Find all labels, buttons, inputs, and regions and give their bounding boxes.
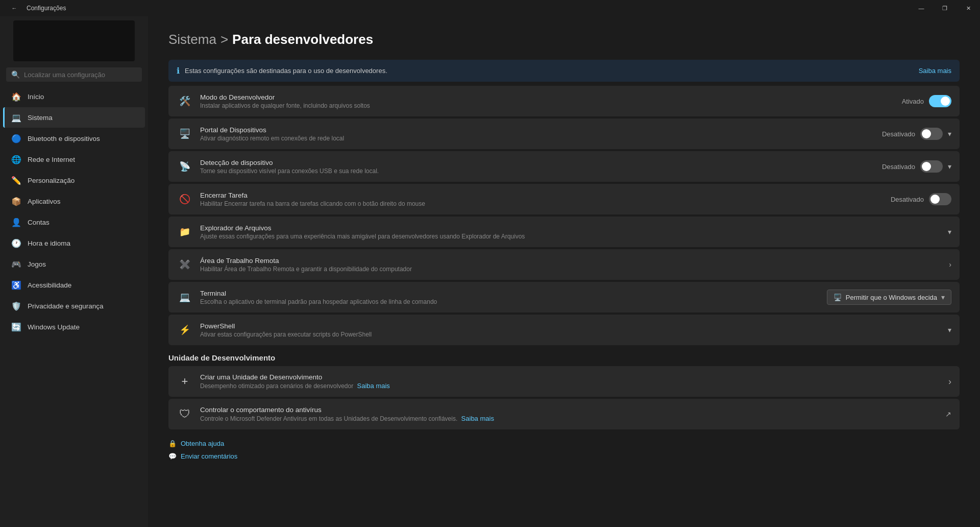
sidebar-item-inicio[interactable]: 🏠 Início xyxy=(3,86,145,107)
row-subtitle-area-remota: Habilitar Área de Trabalho Remota e gara… xyxy=(200,266,942,273)
settings-row-explorador-arq[interactable]: 📁 Explorador de Arquivos Ajuste essas co… xyxy=(168,217,960,247)
sidebar: 🔍 🏠 Início 💻 Sistema 🔵 Bluetooth e dispo… xyxy=(0,16,148,527)
nav-icon-acessibilidade: ♿ xyxy=(11,280,21,290)
avatar-area xyxy=(13,20,135,61)
settings-row-deteccao-disp[interactable]: 📡 Detecção de dispositivo Torne seu disp… xyxy=(168,151,960,182)
nav-label-inicio: Início xyxy=(28,93,44,101)
sidebar-item-acessibilidade[interactable]: ♿ Acessibilidade xyxy=(3,275,145,295)
toggle-encerrar-tarefa[interactable] xyxy=(929,193,951,205)
feedback-link[interactable]: 💬 Enviar comentários xyxy=(168,450,960,462)
sidebar-item-rede[interactable]: 🌐 Rede e Internet xyxy=(3,149,145,170)
sidebar-item-aplicativos[interactable]: 📦 Aplicativos xyxy=(3,191,145,211)
nav-icon-hora: 🕐 xyxy=(11,238,21,248)
row-text-terminal: Terminal Escolha o aplicativo de termina… xyxy=(200,290,820,305)
feedback-label: Enviar comentários xyxy=(181,452,237,460)
info-saiba-mais-link[interactable]: Saiba mais xyxy=(919,67,951,75)
help-link[interactable]: 🔒 Obtenha ajuda xyxy=(168,438,960,449)
sidebar-item-personalizacao[interactable]: ✏️ Personalização xyxy=(3,170,145,190)
row-text-explorador-arq: Explorador de Arquivos Ajuste essas conf… xyxy=(200,224,941,240)
sidebar-item-sistema[interactable]: 💻 Sistema xyxy=(3,107,145,128)
settings-card-area-remota: ✖️ Área de Trabalho Remota Habilitar Áre… xyxy=(168,249,960,280)
search-input[interactable] xyxy=(24,71,137,79)
row-text-controlar-antivirus: Controlar o comportamento do antivírus C… xyxy=(200,406,938,422)
nav-label-acessibilidade: Acessibilidade xyxy=(28,281,71,289)
sidebar-item-windowsupdate[interactable]: 🔄 Windows Update xyxy=(3,317,145,337)
nav-label-personalizacao: Personalização xyxy=(28,177,75,184)
chevron-powershell: ▾ xyxy=(948,326,951,334)
row-right-area-remota: › xyxy=(949,260,951,269)
row-right-terminal: 🖥️ Permitir que o Windows decida ▾ xyxy=(827,290,951,305)
row-icon-explorador-arq: 📁 xyxy=(177,224,193,240)
info-text: Estas configurações são destinadas para … xyxy=(185,67,387,75)
toggle-deteccao-disp[interactable] xyxy=(920,160,943,173)
sidebar-item-privacidade[interactable]: 🛡️ Privacidade e segurança xyxy=(3,296,145,316)
row-title-area-remota: Área de Trabalho Remota xyxy=(200,257,942,265)
minimize-button[interactable]: — xyxy=(910,0,933,16)
nav-label-contas: Contas xyxy=(28,219,50,226)
dev-saiba-mais-controlar-antivirus[interactable]: Saiba mais xyxy=(461,415,494,422)
row-title-encerrar-tarefa: Encerrar Tarefa xyxy=(200,191,884,199)
toggle-portal-disp[interactable] xyxy=(920,128,943,140)
nav-icon-bluetooth: 🔵 xyxy=(11,133,21,143)
dev-card-criar-unidade: + Criar uma Unidade de Desenvolvimento D… xyxy=(168,366,960,397)
sidebar-item-jogos[interactable]: 🎮 Jogos xyxy=(3,254,145,274)
breadcrumb-parent[interactable]: Sistema xyxy=(168,32,216,47)
row-title-controlar-antivirus: Controlar o comportamento do antivírus xyxy=(200,406,938,414)
window-controls: — ❐ ✕ xyxy=(910,0,980,16)
dev-card-controlar-antivirus: 🛡 Controlar o comportamento do antivírus… xyxy=(168,399,960,429)
development-list: + Criar uma Unidade de Desenvolvimento D… xyxy=(168,366,960,429)
chevron-right-criar-unidade: › xyxy=(948,376,951,387)
row-subtitle-controlar-antivirus: Controle o Microsoft Defender Antivírus … xyxy=(200,415,938,422)
restore-button[interactable]: ❐ xyxy=(933,0,957,16)
settings-row-encerrar-tarefa[interactable]: 🚫 Encerrar Tarefa Habilitar Encerrar tar… xyxy=(168,184,960,214)
chevron-portal-disp: ▾ xyxy=(948,130,951,138)
search-icon: 🔍 xyxy=(11,70,20,79)
back-button[interactable]: ← xyxy=(6,0,22,16)
sidebar-item-contas[interactable]: 👤 Contas xyxy=(3,212,145,232)
row-text-portal-disp: Portal de Dispositivos Ativar diagnóstic… xyxy=(200,126,875,142)
nav-label-hora: Hora e idioma xyxy=(28,239,70,247)
row-title-deteccao-disp: Detecção de dispositivo xyxy=(200,159,875,166)
row-subtitle-deteccao-disp: Torne seu dispositivo visível para conex… xyxy=(200,167,875,175)
row-right-explorador-arq: ▾ xyxy=(948,228,951,236)
row-subtitle-modo-dev: Instalar aplicativos de qualquer fonte, … xyxy=(200,102,895,109)
row-text-deteccao-disp: Detecção de dispositivo Torne seu dispos… xyxy=(200,159,875,175)
settings-row-modo-dev[interactable]: 🛠️ Modo do Desenvolvedor Instalar aplica… xyxy=(168,86,960,116)
nav-label-privacidade: Privacidade e segurança xyxy=(28,302,104,310)
titlebar: ← Configurações — ❐ ✕ xyxy=(0,0,980,16)
dropdown-terminal[interactable]: 🖥️ Permitir que o Windows decida ▾ xyxy=(827,290,951,305)
settings-row-portal-disp[interactable]: 🖥️ Portal de Dispositivos Ativar diagnós… xyxy=(168,118,960,149)
row-icon-controlar-antivirus: 🛡 xyxy=(177,406,193,422)
settings-card-portal-disp: 🖥️ Portal de Dispositivos Ativar diagnós… xyxy=(168,118,960,149)
nav-icon-personalizacao: ✏️ xyxy=(11,175,21,185)
row-icon-terminal: 💻 xyxy=(177,289,193,305)
row-icon-powershell: ⚡ xyxy=(177,322,193,338)
row-status-modo-dev: Ativado xyxy=(902,98,924,105)
row-title-terminal: Terminal xyxy=(200,290,820,297)
toggle-modo-dev[interactable] xyxy=(929,95,951,107)
settings-row-area-remota[interactable]: ✖️ Área de Trabalho Remota Habilitar Áre… xyxy=(168,249,960,280)
row-subtitle-powershell: Ativar estas configurações para executar… xyxy=(200,331,941,338)
row-status-deteccao-disp: Desativado xyxy=(882,163,915,171)
settings-card-encerrar-tarefa: 🚫 Encerrar Tarefa Habilitar Encerrar tar… xyxy=(168,184,960,214)
dev-saiba-mais-criar-unidade[interactable]: Saiba mais xyxy=(357,382,390,390)
sidebar-item-bluetooth[interactable]: 🔵 Bluetooth e dispositivos xyxy=(3,128,145,149)
row-status-portal-disp: Desativado xyxy=(882,130,915,138)
close-button[interactable]: ✕ xyxy=(957,0,980,16)
settings-row-powershell[interactable]: ⚡ PowerShell Ativar estas configurações … xyxy=(168,315,960,345)
search-bar[interactable]: 🔍 xyxy=(6,67,142,82)
row-right-criar-unidade: › xyxy=(948,376,951,387)
row-icon-modo-dev: 🛠️ xyxy=(177,93,193,109)
chevron-right-area-remota: › xyxy=(949,260,951,269)
external-icon-controlar-antivirus: ↗ xyxy=(945,410,951,418)
settings-card-powershell: ⚡ PowerShell Ativar estas configurações … xyxy=(168,315,960,345)
row-text-powershell: PowerShell Ativar estas configurações pa… xyxy=(200,322,941,338)
dev-row-criar-unidade[interactable]: + Criar uma Unidade de Desenvolvimento D… xyxy=(168,366,960,397)
settings-row-terminal[interactable]: 💻 Terminal Escolha o aplicativo de termi… xyxy=(168,282,960,313)
nav-label-bluetooth: Bluetooth e dispositivos xyxy=(28,135,100,142)
row-right-modo-dev: Ativado xyxy=(902,95,951,107)
nav-icon-windowsupdate: 🔄 xyxy=(11,322,21,332)
app-body: 🔍 🏠 Início 💻 Sistema 🔵 Bluetooth e dispo… xyxy=(0,16,980,527)
sidebar-item-hora[interactable]: 🕐 Hora e idioma xyxy=(3,233,145,253)
dev-row-controlar-antivirus[interactable]: 🛡 Controlar o comportamento do antivírus… xyxy=(168,399,960,429)
